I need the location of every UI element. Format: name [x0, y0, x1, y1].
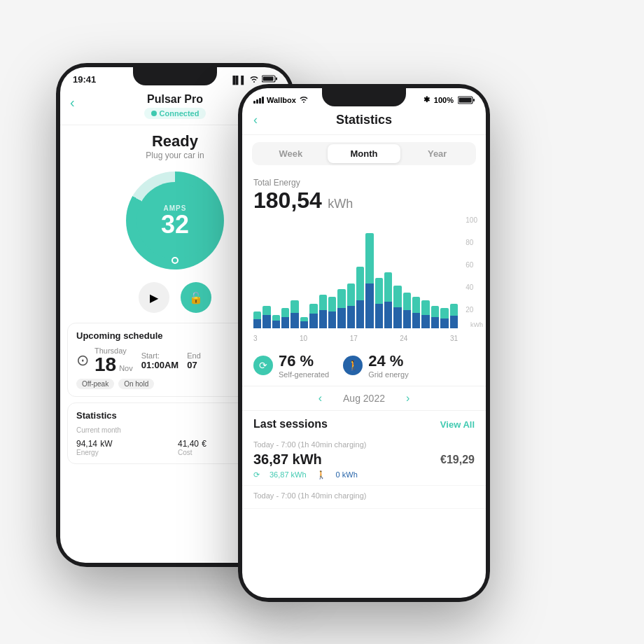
gauge-indicator-dot	[172, 257, 178, 264]
session-breakdown-1: ⟳ 36,87 kWh 🚶 0 kWh	[253, 470, 475, 479]
battery-pct: 100%	[434, 96, 454, 104]
scene: 19:41 ▐▌▌ ‹ Pulsar Pro Connected	[35, 21, 609, 623]
tab-month[interactable]: Month	[328, 144, 401, 163]
battery-icon	[458, 96, 475, 104]
bar-group-15	[393, 216, 401, 328]
wifi-icon	[249, 75, 259, 84]
carrier-name: Wallbox	[267, 96, 296, 104]
y-label-80: 80	[465, 239, 477, 246]
total-energy-label: Total Energy	[253, 178, 475, 188]
current-month-label: Aug 2022	[343, 393, 385, 404]
phone1-status-icons: ▐▌▌	[230, 75, 277, 84]
grid-energy-info: 24 % Grid energy	[368, 352, 408, 379]
bar-group-0	[253, 216, 261, 328]
grid-energy-item: 🚶 24 % Grid energy	[343, 352, 408, 379]
period-tab-bar: Week Month Year	[252, 142, 476, 165]
bar-group-2	[272, 216, 280, 328]
bar-group-17	[412, 216, 420, 328]
bar-group-8	[328, 216, 336, 328]
bar-group-20	[440, 216, 448, 328]
session-grid-icon: 🚶	[316, 470, 326, 479]
self-label: Self-generated	[279, 370, 329, 379]
session-self-kwh: 36,87 kWh	[270, 470, 307, 479]
phone2-right-status: ✱ 100%	[424, 95, 475, 104]
y-label-100: 100	[465, 216, 477, 224]
self-generated-info: 76 % Self-generated	[279, 352, 329, 379]
session-row-1: 36,87 kWh €19,29	[253, 451, 475, 468]
energy-value: 94,14 kW	[76, 437, 172, 449]
phone2-notch	[322, 88, 406, 106]
tag-offpeak: Off-peak	[76, 379, 114, 389]
bar-group-14	[384, 216, 392, 328]
phone2-shell: Wallbox ✱ 100% ‹ Statistics Week	[238, 84, 490, 602]
bar-group-18	[421, 216, 429, 328]
play-button[interactable]: ▶	[139, 282, 169, 313]
phone2-screen-title: Statistics	[336, 113, 392, 127]
phone2-screen: Wallbox ✱ 100% ‹ Statistics Week	[242, 88, 486, 598]
x-label-31: 31	[450, 335, 458, 342]
gauge-value: 32	[161, 212, 189, 237]
total-energy-section: Total Energy 180,54 kWh	[242, 172, 486, 216]
start-time: 01:00AM	[141, 360, 178, 370]
tab-week[interactable]: Week	[254, 144, 328, 163]
gauge-inner-circle: AMPS 32	[136, 182, 214, 259]
signal-icon: ▐▌▌	[230, 76, 246, 84]
end-time: 07	[187, 360, 201, 370]
grid-label: Grid energy	[368, 370, 408, 379]
bar-group-11	[356, 216, 364, 328]
x-label-24: 24	[400, 335, 407, 342]
signal-icon	[253, 96, 264, 104]
bar-group-21	[450, 216, 458, 328]
bar-group-16	[403, 216, 411, 328]
schedule-end-time: End 07	[187, 351, 201, 370]
bar-group-9	[337, 216, 345, 328]
svg-rect-5	[473, 99, 475, 102]
lock-button[interactable]: 🔓	[181, 282, 211, 313]
energy-label: Energy	[76, 449, 172, 456]
session-item-1: Today - 7:00 (1h 40min charging) 36,87 k…	[242, 435, 486, 486]
bar-group-4	[290, 216, 298, 328]
tag-onhold: On hold	[118, 379, 154, 389]
kwh-unit-label: kWh	[470, 321, 483, 328]
y-label-20: 20	[465, 306, 477, 314]
y-label-60: 60	[465, 261, 477, 269]
chart-x-axis: 3 10 17 24 31	[253, 335, 458, 342]
session-item-2: Today - 7:00 (1h 40min charging)	[242, 486, 486, 509]
chart-bars	[253, 216, 458, 328]
view-all-button[interactable]: View All	[440, 419, 475, 430]
chart-y-axis: 100 80 60 40 20	[465, 216, 477, 328]
connected-dot	[151, 111, 157, 116]
start-label: Start:	[141, 351, 178, 360]
phone2-wifi-icon	[299, 95, 309, 104]
total-energy-display: 180,54 kWh	[253, 188, 475, 214]
x-label-3: 3	[253, 335, 258, 342]
phone2-back-button[interactable]: ‹	[253, 113, 258, 127]
month-navigation: ‹ Aug 2022 ›	[242, 386, 486, 411]
self-pct: 76 %	[279, 352, 329, 370]
phone1-back-button[interactable]: ‹	[70, 94, 75, 111]
bar-group-12	[365, 216, 373, 328]
bar-group-3	[281, 216, 289, 328]
next-month-button[interactable]: ›	[406, 392, 410, 405]
bar-group-7	[319, 216, 327, 328]
total-energy-value: 180,54	[253, 188, 322, 213]
x-label-10: 10	[300, 335, 307, 342]
schedule-date: 18	[94, 355, 116, 374]
svg-rect-4	[459, 97, 472, 102]
bar-group-13	[375, 216, 383, 328]
battery-icon	[262, 75, 277, 84]
carrier-info: Wallbox	[253, 95, 309, 104]
session-kwh-1: 36,87 kWh	[253, 451, 322, 468]
x-label-17: 17	[350, 335, 358, 342]
prev-month-button[interactable]: ‹	[318, 392, 322, 405]
phone1-connected-badge: Connected	[144, 108, 206, 119]
person-icon: 🚶	[343, 356, 363, 375]
phone1-time: 19:41	[73, 74, 96, 85]
bar-group-19	[431, 216, 439, 328]
tab-year[interactable]: Year	[400, 144, 474, 163]
session-grid-kwh: 0 kWh	[336, 470, 358, 479]
self-generated-item: ⟳ 76 % Self-generated	[253, 352, 329, 379]
bar-group-5	[300, 216, 308, 328]
last-sessions-title: Last sessions	[253, 418, 328, 430]
stat-energy: 94,14 kW Energy	[76, 437, 172, 456]
